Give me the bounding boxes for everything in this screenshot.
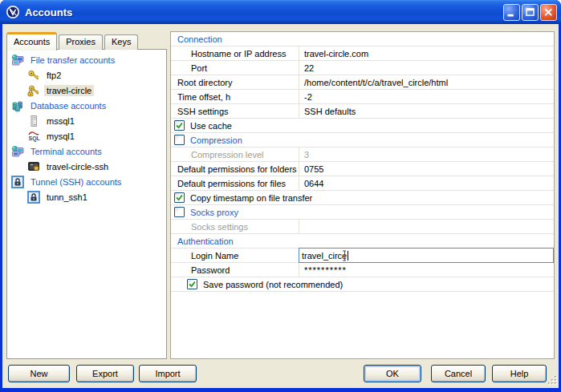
titlebar[interactable]: Accounts bbox=[0, 0, 561, 24]
permissions-files-value[interactable]: 0644 bbox=[299, 176, 554, 190]
row-label: Password bbox=[171, 263, 299, 277]
app-logo-icon bbox=[6, 5, 20, 19]
socks-settings-value bbox=[299, 220, 554, 233]
tunnel-lock-icon bbox=[27, 191, 40, 204]
tree-item-travel-circle-ssh[interactable]: travel-circle-ssh bbox=[7, 159, 166, 174]
tunnel-lock-icon bbox=[11, 176, 24, 188]
password-value[interactable]: ********** bbox=[299, 263, 554, 277]
tree-item-tunn-ssh1[interactable]: tunn_ssh1 bbox=[7, 189, 166, 204]
tree-category-label: Tunnel (SSH) accounts bbox=[28, 176, 124, 188]
row-permissions-folders: Default permissions for folders 0755 bbox=[171, 162, 554, 176]
network-computers-icon bbox=[11, 54, 24, 67]
maximize-icon bbox=[522, 5, 538, 20]
minimize-icon bbox=[504, 5, 519, 20]
tree-category-tunnel-ssh[interactable]: Tunnel (SSH) accounts bbox=[7, 174, 166, 189]
settings-panel: Connection Hostname or IP address travel… bbox=[170, 31, 555, 359]
port-value[interactable]: 22 bbox=[299, 61, 554, 75]
row-save-password: Save password (not recommended) bbox=[171, 277, 554, 292]
tree-category-file-transfer[interactable]: File transfer accounts bbox=[7, 52, 166, 67]
window-border-bottom bbox=[0, 388, 561, 392]
tree-item-label: travel-circle-ssh bbox=[44, 161, 111, 172]
tree-category-label: Database accounts bbox=[28, 100, 108, 111]
help-button[interactable]: Help bbox=[492, 365, 547, 382]
row-label: Default permissions for folders bbox=[171, 162, 299, 176]
row-copy-timestamp: Copy timestamp on file transfer bbox=[171, 191, 554, 205]
tree-item-mssql1[interactable]: mssql1 bbox=[7, 113, 166, 128]
cancel-button[interactable]: Cancel bbox=[431, 365, 486, 382]
tab-keys[interactable]: Keys bbox=[104, 34, 138, 50]
login-name-input[interactable]: travel_circe bbox=[299, 248, 554, 263]
row-use-cache: Use cache bbox=[171, 119, 554, 133]
row-hostname: Hostname or IP address travel-circle.com bbox=[171, 46, 554, 61]
tree-item-label: mssql1 bbox=[44, 115, 77, 127]
row-root-directory: Root directory /home/content/t/c/a/trave… bbox=[171, 75, 554, 90]
checkbox-label: Compression bbox=[190, 135, 242, 145]
row-socks-settings: Socks settings bbox=[171, 220, 554, 234]
import-button[interactable]: Import bbox=[139, 365, 197, 382]
maximize-button[interactable] bbox=[522, 4, 539, 21]
mysql-icon: SQL bbox=[27, 130, 40, 143]
ok-button[interactable]: OK bbox=[364, 365, 421, 382]
minimize-button[interactable] bbox=[503, 4, 520, 21]
section-label: Authentication bbox=[177, 236, 234, 246]
ssh-settings-value[interactable]: SSH defaults bbox=[299, 104, 554, 118]
tree-item-mysql1[interactable]: SQL mysql1 bbox=[7, 128, 166, 143]
tree-item-label: mysql1 bbox=[44, 131, 77, 142]
login-name-text: travel_circe bbox=[302, 251, 347, 261]
close-button[interactable] bbox=[540, 4, 557, 21]
row-label: Hostname or IP address bbox=[171, 46, 299, 60]
check-icon bbox=[175, 121, 184, 130]
export-button[interactable]: Export bbox=[76, 365, 134, 382]
section-label: Connection bbox=[177, 34, 222, 44]
tree-category-terminal[interactable]: Terminal accounts bbox=[7, 143, 166, 159]
row-port: Port 22 bbox=[171, 61, 554, 75]
compression-checkbox[interactable] bbox=[174, 135, 185, 145]
key-icon bbox=[27, 69, 40, 82]
dialog-client-area: Accounts Proxies Keys File transfer acco… bbox=[2, 24, 559, 388]
database-server-icon bbox=[27, 115, 40, 127]
checkbox-label: Socks proxy bbox=[190, 208, 238, 217]
tree-category-database[interactable]: Database accounts bbox=[7, 98, 166, 113]
row-compression: Compression bbox=[171, 133, 554, 148]
save-password-checkbox[interactable] bbox=[187, 279, 197, 289]
hostname-value[interactable]: travel-circle.com bbox=[299, 46, 554, 60]
socks-proxy-checkbox[interactable] bbox=[174, 207, 185, 217]
tab-accounts[interactable]: Accounts bbox=[6, 32, 57, 51]
ibeam-cursor bbox=[342, 250, 348, 263]
terminal-icon bbox=[27, 160, 40, 173]
row-label: SSH settings bbox=[171, 104, 299, 118]
row-permissions-files: Default permissions for files 0644 bbox=[171, 176, 554, 191]
terminal-computers-icon bbox=[11, 145, 24, 158]
tree-item-label: travel-circle bbox=[44, 85, 94, 96]
permissions-folders-value[interactable]: 0755 bbox=[299, 162, 554, 176]
copy-timestamp-checkbox[interactable] bbox=[174, 192, 185, 203]
tree-item-ftp2[interactable]: ftp2 bbox=[7, 67, 166, 83]
databases-icon bbox=[11, 99, 24, 112]
resize-grip[interactable] bbox=[547, 375, 558, 387]
row-label: Port bbox=[171, 61, 299, 75]
section-connection: Connection bbox=[171, 32, 554, 46]
root-directory-value[interactable]: /home/content/t/c/a/travel_circle/html bbox=[299, 75, 554, 89]
tab-strip: Accounts Proxies Keys bbox=[6, 31, 140, 50]
svg-text:SQL: SQL bbox=[29, 135, 41, 142]
row-label: Time offset, h bbox=[171, 90, 299, 103]
row-label: Socks settings bbox=[171, 220, 299, 233]
tree-category-label: File transfer accounts bbox=[28, 55, 117, 66]
time-offset-value[interactable]: -2 bbox=[299, 90, 554, 103]
tab-proxies[interactable]: Proxies bbox=[59, 34, 103, 50]
window-title: Accounts bbox=[25, 6, 502, 18]
row-login-name: Login Name travel_circe bbox=[171, 249, 554, 263]
row-label: Login Name bbox=[171, 249, 299, 262]
row-label: Root directory bbox=[171, 75, 299, 89]
tree-item-travel-circle[interactable]: travel-circle bbox=[7, 83, 166, 98]
use-cache-checkbox[interactable] bbox=[174, 120, 185, 131]
new-button[interactable]: New bbox=[8, 365, 70, 382]
checkbox-label: Use cache bbox=[190, 121, 232, 131]
login-name-cell: travel_circe bbox=[299, 249, 554, 262]
row-socks-proxy: Socks proxy bbox=[171, 205, 554, 220]
row-label: Compression level bbox=[171, 148, 299, 161]
checkbox-label: Copy timestamp on file transfer bbox=[190, 193, 312, 203]
check-icon bbox=[188, 280, 197, 289]
row-ssh-settings: SSH settings SSH defaults bbox=[171, 104, 554, 119]
compression-level-value: 3 bbox=[299, 148, 554, 161]
